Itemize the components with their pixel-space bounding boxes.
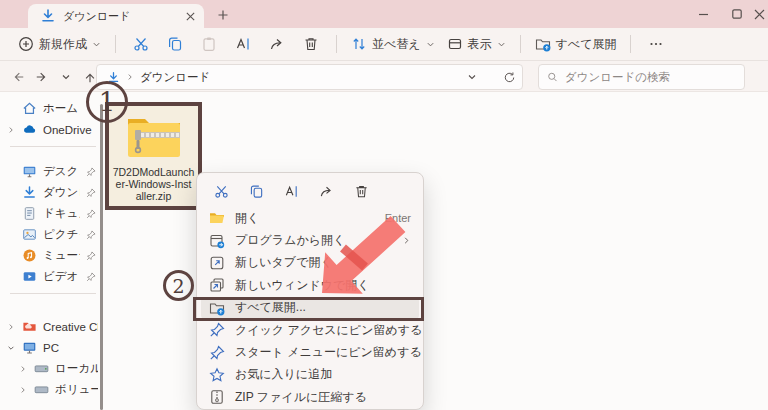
sidebar-item-local-disk[interactable]: ローカル ディスク bbox=[0, 358, 102, 379]
menu-item-label: お気に入りに追加 bbox=[235, 366, 332, 383]
sidebar-item-pictures[interactable]: ピクチャ bbox=[0, 224, 102, 245]
annotation-arrow bbox=[300, 210, 420, 305]
arrow-up-icon bbox=[83, 70, 97, 84]
view-button[interactable]: 表示 bbox=[441, 33, 512, 56]
toolbar-divider bbox=[336, 35, 337, 53]
cut-icon bbox=[214, 184, 229, 199]
maximize-icon bbox=[732, 9, 742, 19]
command-toolbar: 新規作成 bbox=[0, 28, 768, 61]
home-icon bbox=[22, 101, 37, 116]
videos-icon bbox=[22, 269, 37, 284]
pin-icon bbox=[209, 322, 225, 338]
sort-button[interactable]: 並べ替え bbox=[345, 33, 441, 56]
rename-button[interactable] bbox=[279, 180, 303, 202]
chevron-down-icon bbox=[426, 40, 435, 49]
chevron-right-icon[interactable] bbox=[7, 323, 15, 331]
menu-item-pin-start[interactable]: スタート メニューにピン留めする bbox=[201, 341, 419, 363]
annotation-number: 2 bbox=[172, 275, 184, 297]
toolbar-divider bbox=[115, 35, 116, 53]
search-icon bbox=[547, 71, 558, 83]
cut-button[interactable] bbox=[128, 32, 154, 56]
menu-item-add-favorites[interactable]: お気に入りに追加 bbox=[201, 364, 419, 386]
close-button[interactable] bbox=[754, 0, 768, 28]
open-new-window-icon bbox=[209, 277, 225, 293]
recent-locations-button[interactable] bbox=[54, 65, 78, 89]
delete-button[interactable] bbox=[298, 32, 324, 56]
extract-all-icon bbox=[535, 36, 551, 52]
chevron-right-icon[interactable] bbox=[19, 365, 27, 373]
share-button[interactable] bbox=[314, 180, 338, 202]
new-tab-button[interactable] bbox=[214, 7, 232, 23]
copy-button[interactable] bbox=[162, 32, 188, 56]
extract-all-label: すべて展開 bbox=[556, 36, 617, 53]
sidebar-item-pc[interactable]: PC bbox=[0, 337, 102, 358]
sidebar-item-desktop[interactable]: デスクトップ bbox=[0, 161, 102, 182]
sidebar-item-creative-cloud[interactable]: Creative Cloud F bbox=[0, 316, 102, 337]
forward-button[interactable] bbox=[30, 65, 54, 89]
title-bar: ダウンロード bbox=[0, 0, 768, 28]
chevron-right-icon[interactable] bbox=[7, 126, 15, 134]
open-new-tab-icon bbox=[209, 255, 225, 271]
new-label: 新規作成 bbox=[39, 36, 87, 53]
paste-icon bbox=[201, 36, 217, 52]
paste-button[interactable] bbox=[196, 32, 222, 56]
chevron-right-icon[interactable] bbox=[19, 386, 27, 394]
menu-item-label: スタート メニューにピン留めする bbox=[235, 344, 422, 361]
sidebar-item-videos[interactable]: ビデオ bbox=[0, 266, 102, 287]
sidebar-item-label: OneDrive bbox=[43, 124, 98, 136]
open-with-icon bbox=[209, 233, 225, 249]
explorer-tab-downloads[interactable]: ダウンロード bbox=[28, 4, 204, 28]
menu-item-label: 開く bbox=[235, 210, 259, 227]
search-input[interactable] bbox=[565, 71, 736, 83]
refresh-icon[interactable] bbox=[503, 71, 516, 84]
maximize-button[interactable] bbox=[720, 0, 754, 28]
zip-compress-icon bbox=[209, 389, 225, 405]
menu-item-pin-quick-access[interactable]: クイック アクセスにピン留めする bbox=[201, 319, 419, 341]
arrow-left-icon bbox=[11, 70, 25, 84]
pin-icon bbox=[86, 272, 96, 282]
more-options-button[interactable] bbox=[643, 32, 669, 56]
chevron-down-icon bbox=[92, 40, 101, 49]
sidebar-item-label: ダウンロード bbox=[43, 185, 80, 200]
copy-button[interactable] bbox=[244, 180, 268, 202]
sidebar-item-label: デスクトップ bbox=[43, 164, 80, 179]
chevron-down-icon bbox=[497, 40, 506, 49]
view-label: 表示 bbox=[468, 36, 492, 53]
breadcrumb[interactable]: ダウンロード bbox=[140, 70, 461, 85]
menu-item-label: クイック アクセスにピン留めする bbox=[235, 322, 422, 339]
rename-button[interactable] bbox=[230, 32, 256, 56]
delete-button[interactable] bbox=[349, 180, 373, 202]
file-explorer-window: ダウンロード bbox=[0, 0, 768, 410]
download-icon bbox=[22, 185, 37, 200]
share-button[interactable] bbox=[264, 32, 290, 56]
ellipsis-icon bbox=[649, 37, 663, 51]
minimize-button[interactable] bbox=[686, 0, 720, 28]
close-tab-icon[interactable] bbox=[185, 11, 196, 22]
pin-icon bbox=[86, 209, 96, 219]
address-dropdown-icon[interactable] bbox=[467, 72, 477, 82]
menu-item-compress-zip[interactable]: ZIP ファイルに圧縮する bbox=[201, 386, 419, 408]
back-button[interactable] bbox=[6, 65, 30, 89]
sort-label: 並べ替え bbox=[372, 36, 421, 53]
new-button[interactable]: 新規作成 bbox=[12, 33, 107, 56]
sidebar-item-onedrive[interactable]: OneDrive bbox=[0, 119, 102, 140]
creative-cloud-folder-icon bbox=[22, 319, 37, 334]
sidebar-item-volume-d[interactable]: ボリューム (D:) bbox=[0, 379, 102, 400]
plus-icon bbox=[217, 9, 229, 21]
pictures-icon bbox=[22, 227, 37, 242]
window-controls bbox=[686, 0, 768, 28]
cut-button[interactable] bbox=[209, 180, 233, 202]
chevron-down-icon bbox=[61, 72, 71, 82]
sidebar-item-downloads[interactable]: ダウンロード bbox=[0, 182, 102, 203]
sidebar-scrollbar[interactable] bbox=[100, 104, 103, 410]
sidebar-item-music[interactable]: ミュージック bbox=[0, 245, 102, 266]
sidebar-item-documents[interactable]: ドキュメント bbox=[0, 203, 102, 224]
search-box[interactable] bbox=[538, 64, 745, 90]
copy-icon bbox=[167, 36, 183, 52]
chevron-down-icon[interactable] bbox=[7, 344, 15, 352]
trash-icon bbox=[354, 184, 369, 199]
address-bar[interactable]: ダウンロード bbox=[96, 64, 523, 90]
extract-all-toolbar-button[interactable]: すべて展開 bbox=[529, 33, 623, 56]
breadcrumb-chevron-icon bbox=[126, 73, 134, 81]
pc-icon bbox=[22, 340, 37, 355]
